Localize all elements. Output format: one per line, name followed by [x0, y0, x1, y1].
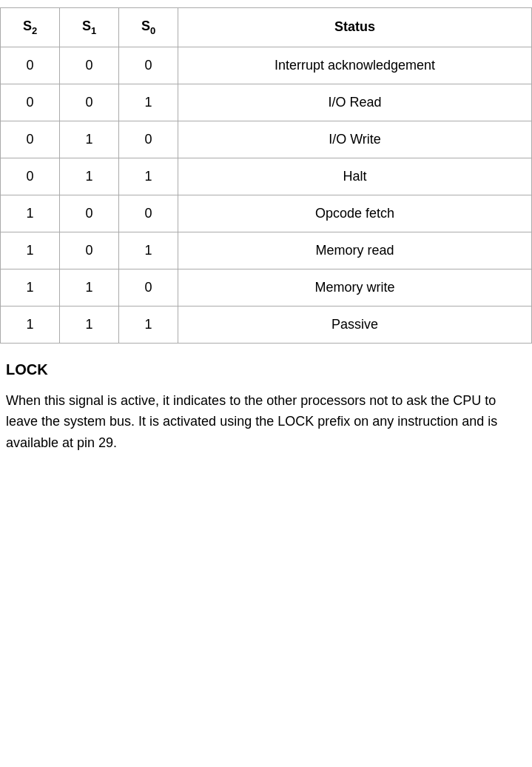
cell-s0: 1: [119, 158, 178, 195]
cell-status: Halt: [178, 158, 532, 195]
table-row: 100Opcode fetch: [1, 195, 532, 232]
cell-s1: 1: [60, 158, 119, 195]
table-row: 011Halt: [1, 158, 532, 195]
lock-title: LOCK: [6, 361, 526, 378]
cell-s1: 0: [60, 195, 119, 232]
cell-s0: 0: [119, 47, 178, 84]
lock-section: LOCK When this signal is active, it indi…: [0, 344, 532, 466]
cell-status: Opcode fetch: [178, 195, 532, 232]
cell-s0: 1: [119, 232, 178, 269]
cell-s1: 1: [60, 121, 119, 158]
cell-s2: 0: [1, 121, 60, 158]
cell-s1: 1: [60, 269, 119, 306]
cell-s0: 1: [119, 306, 178, 343]
table-row: 000Interrupt acknowledgement: [1, 47, 532, 84]
cell-s1: 0: [60, 232, 119, 269]
cell-s2: 1: [1, 306, 60, 343]
table-row: 101Memory read: [1, 232, 532, 269]
status-table-container: S2 S1 S0 Status 000Interrupt acknowledge…: [0, 7, 532, 344]
cell-s2: 0: [1, 47, 60, 84]
table-row: 110Memory write: [1, 269, 532, 306]
cell-s1: 0: [60, 84, 119, 121]
status-table: S2 S1 S0 Status 000Interrupt acknowledge…: [0, 7, 532, 344]
header-s0: S0: [119, 8, 178, 47]
table-row: 111Passive: [1, 306, 532, 343]
cell-status: I/O Read: [178, 84, 532, 121]
cell-s1: 0: [60, 47, 119, 84]
header-s2: S2: [1, 8, 60, 47]
header-s1: S1: [60, 8, 119, 47]
cell-s2: 1: [1, 269, 60, 306]
cell-status: I/O Write: [178, 121, 532, 158]
cell-s1: 1: [60, 306, 119, 343]
cell-s0: 0: [119, 269, 178, 306]
cell-status: Interrupt acknowledgement: [178, 47, 532, 84]
cell-s0: 1: [119, 84, 178, 121]
cell-s2: 0: [1, 84, 60, 121]
table-row: 001I/O Read: [1, 84, 532, 121]
cell-s0: 0: [119, 121, 178, 158]
cell-s2: 0: [1, 158, 60, 195]
cell-status: Passive: [178, 306, 532, 343]
lock-body: When this signal is active, it indicates…: [6, 390, 526, 454]
cell-status: Memory write: [178, 269, 532, 306]
table-row: 010I/O Write: [1, 121, 532, 158]
cell-s2: 1: [1, 195, 60, 232]
cell-status: Memory read: [178, 232, 532, 269]
cell-s0: 0: [119, 195, 178, 232]
header-status: Status: [178, 8, 532, 47]
cell-s2: 1: [1, 232, 60, 269]
